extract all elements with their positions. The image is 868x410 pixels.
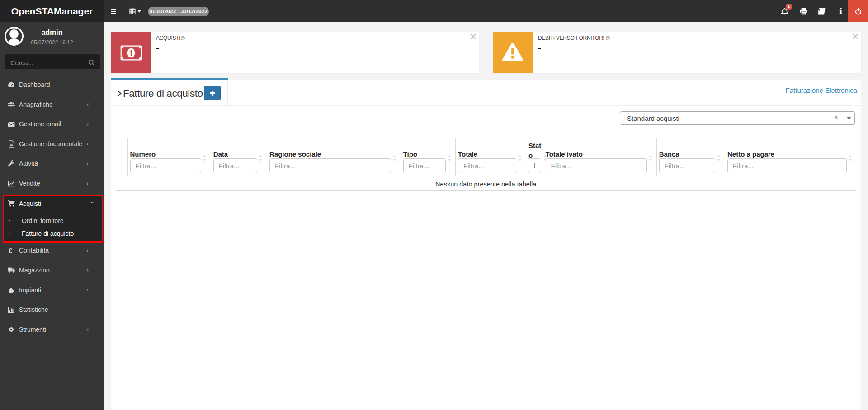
svg-text:€: €	[9, 247, 13, 254]
svg-text:1: 1	[129, 48, 133, 58]
